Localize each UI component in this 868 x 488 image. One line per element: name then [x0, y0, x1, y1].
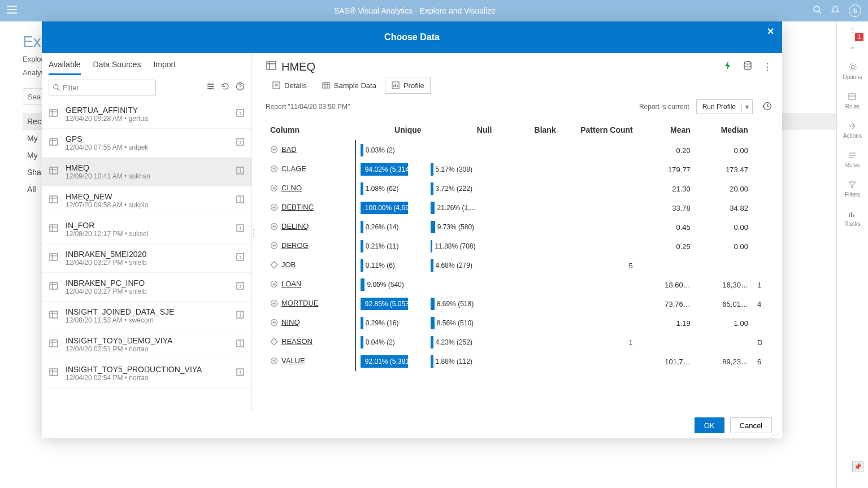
dataset-header: HMEQ ⋮ — [255, 53, 782, 77]
col-header[interactable]: Unique — [355, 120, 426, 141]
column-name-cell[interactable]: BAD — [266, 141, 355, 160]
mean-cell: 101,7… — [637, 352, 695, 371]
profile-table-wrap[interactable]: ColumnUniqueNullBlankPattern CountMeanMe… — [255, 120, 782, 412]
rail-item-filters[interactable]: Filters — [845, 180, 860, 198]
table-icon — [49, 194, 59, 207]
settings-icon[interactable] — [206, 82, 215, 93]
refresh-icon[interactable] — [221, 82, 230, 93]
rail-item-roles[interactable]: Roles — [845, 91, 860, 110]
dataset-item[interactable]: GPS12/04/20 07:55 AM • snlpeki — [42, 129, 251, 158]
dataset-item[interactable]: HMEQ12/09/20 10:41 AM • sukhsni — [42, 158, 251, 186]
pattern-cell — [561, 275, 637, 294]
dataset-name: INBRAKEN_PC_INFO — [66, 278, 229, 287]
info-icon[interactable]: i — [236, 137, 245, 149]
column-name-cell[interactable]: DELINQ — [266, 217, 355, 237]
col-header[interactable]: Blank — [496, 120, 560, 141]
table-row: BAD0.03% (2)0.200.00 — [266, 141, 772, 160]
column-name-cell[interactable]: JOB — [266, 256, 355, 275]
run-profile-caret-icon[interactable]: ▾ — [741, 103, 752, 111]
dataset-item[interactable]: INSIGHT_TOY5_DEMO_VIYA12/04/20 02:51 PM … — [42, 330, 251, 359]
user-avatar[interactable]: S — [849, 5, 861, 17]
dataset-item[interactable]: IN_FOR12/08/20 12:17 PM • sukseli — [42, 215, 251, 244]
column-name-cell[interactable]: DEROG — [266, 237, 355, 256]
dataset-item[interactable]: INBRAKEN_PC_INFO12/04/20 03:27 PM • snle… — [42, 273, 251, 302]
bolt-icon[interactable] — [723, 60, 732, 73]
close-icon[interactable]: ✕ — [767, 26, 774, 37]
left-tab-available[interactable]: Available — [49, 60, 81, 75]
info-icon[interactable]: i — [236, 310, 245, 321]
column-name-cell[interactable]: REASON — [266, 333, 355, 352]
left-toolbar: Filter ? — [42, 75, 251, 100]
info-icon[interactable]: i — [236, 224, 245, 235]
info-icon[interactable]: i — [236, 195, 245, 206]
history-icon[interactable] — [762, 101, 772, 113]
dataset-item[interactable]: INSIGHT_JOINED_DATA_SJE12/08/20 11:53 AM… — [42, 302, 251, 330]
mean-cell: 18,60… — [637, 275, 695, 294]
table-row: DEBTINC100.00% (4,69321.26% (1,...33.783… — [266, 198, 772, 217]
rail-kebab[interactable]: ⋮ — [850, 27, 856, 33]
detail-tab-details[interactable]: Details — [266, 77, 313, 94]
column-name-cell[interactable]: DEBTINC — [266, 198, 355, 217]
dataset-item[interactable]: INSIGHT_TOY5_PRODUCTION_VIYA12/04/20 02:… — [42, 359, 251, 388]
pin-button[interactable]: 📌 — [852, 461, 863, 472]
column-name-cell[interactable]: VALUE — [266, 352, 355, 371]
info-icon[interactable]: i — [236, 108, 245, 120]
resize-grip-icon[interactable]: ⋰⋰ — [771, 433, 780, 436]
info-icon[interactable]: i — [236, 281, 245, 293]
rail-item-actions[interactable]: Actions — [843, 121, 862, 139]
info-icon[interactable]: i — [236, 368, 245, 379]
left-tab-import[interactable]: Import — [153, 60, 176, 75]
database-icon[interactable] — [743, 60, 753, 73]
column-name-cell[interactable]: MORTDUE — [266, 294, 355, 313]
column-name-cell[interactable]: NINQ — [266, 313, 355, 333]
column-name-cell[interactable]: CLNO — [266, 179, 355, 198]
svg-rect-21 — [50, 225, 58, 232]
hamburger-icon[interactable] — [7, 6, 17, 16]
svg-text:i: i — [240, 139, 241, 145]
svg-point-1 — [851, 66, 854, 69]
type-icon — [270, 357, 278, 367]
column-name-cell[interactable]: LOAN — [266, 275, 355, 294]
blank-cell — [496, 352, 560, 371]
bell-icon[interactable] — [831, 5, 840, 16]
info-icon[interactable]: i — [236, 166, 245, 177]
report-current-label: Report is current — [639, 103, 689, 111]
filter-input[interactable]: Filter — [49, 80, 156, 95]
search-icon[interactable] — [813, 5, 822, 16]
ok-button[interactable]: OK — [695, 417, 724, 433]
left-tab-data-sources[interactable]: Data Sources — [93, 60, 141, 75]
dataset-item[interactable]: HMEQ_NEW12/07/20 09:58 AM • sukpioi — [42, 186, 251, 215]
run-profile-button[interactable]: Run Profile ▾ — [696, 99, 753, 114]
modal-title: Choose Data — [384, 32, 440, 42]
rail-item-ranks[interactable]: Ranks — [844, 209, 860, 227]
rail-item-rules[interactable]: Rules — [845, 150, 860, 168]
info-icon[interactable]: i — [236, 252, 245, 264]
col-header[interactable]: Null — [426, 120, 497, 141]
blank-cell — [496, 256, 560, 275]
detail-tab-profile[interactable]: Profile — [385, 77, 431, 94]
median-cell: 34.82 — [695, 198, 753, 217]
dataset-item[interactable]: GERTUA_AFFINITY12/04/20 09:28 AM • gertu… — [42, 100, 251, 129]
kebab-icon[interactable]: ⋮ — [763, 62, 772, 72]
type-icon — [270, 203, 278, 213]
col-header[interactable]: Column — [266, 120, 355, 141]
col-header[interactable]: Pattern Count — [561, 120, 637, 141]
dataset-name: HMEQ — [281, 60, 713, 73]
col-header[interactable]: Mean — [637, 120, 695, 141]
help-icon[interactable]: ? — [236, 82, 245, 93]
column-name-cell[interactable]: CLAGE — [266, 160, 355, 179]
run-profile-label[interactable]: Run Profile — [697, 103, 741, 111]
type-icon — [270, 261, 278, 271]
rail-item-options[interactable]: Options — [843, 62, 862, 80]
type-icon — [270, 338, 278, 347]
type-icon — [270, 280, 278, 290]
svg-rect-33 — [50, 340, 58, 347]
mean-cell: 179.77 — [637, 160, 695, 179]
detail-tab-sample-data[interactable]: Sample Data — [315, 77, 383, 94]
dataset-item[interactable]: INBRAKEN_5MEI202012/04/20 03:27 PM • snl… — [42, 244, 251, 273]
svg-rect-30 — [50, 311, 58, 318]
col-header[interactable]: Median — [695, 120, 753, 141]
cancel-button[interactable]: Cancel — [730, 417, 772, 433]
info-icon[interactable]: i — [236, 339, 245, 350]
rail-expand-icon[interactable]: » — [851, 45, 854, 51]
